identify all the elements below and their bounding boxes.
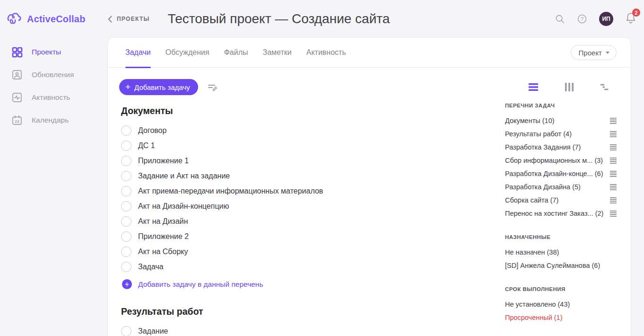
app-logo[interactable]: ActiveCollab (0, 12, 108, 26)
panel-item-due-overdue[interactable]: Просроченный (1) (505, 311, 617, 324)
project-tabs: Задачи Обсуждения Файлы Заметки Активнос… (108, 38, 631, 68)
drag-handle-icon[interactable] (610, 118, 617, 124)
panel-item-label: Не назначен (38) (505, 248, 559, 256)
panel-item-label: Не установлено (43) (505, 301, 570, 308)
avatar[interactable]: ИП (599, 12, 613, 26)
task-label[interactable]: Договор (138, 126, 166, 135)
column-view-icon[interactable] (565, 83, 574, 91)
task-label[interactable]: Акт приема-передачи информационных матер… (138, 187, 323, 195)
panel-heading: НАЗНАЧЕННЫЕ (505, 234, 617, 240)
task-row[interactable]: Задание и Акт на задание (121, 168, 505, 184)
add-task-label: Добавить задачу (134, 83, 190, 91)
panel-item-list[interactable]: Сборка сайта (7) (505, 194, 617, 207)
notifications-button[interactable]: 2 (625, 12, 636, 26)
updates-person-icon (11, 69, 23, 80)
panel-heading: СРОК ВЫПОЛНЕНИЯ (505, 286, 617, 292)
task-checkbox[interactable] (121, 141, 131, 151)
panel-item-list[interactable]: Разработка Дизайн-конце... (6) (505, 167, 617, 180)
task-row[interactable]: Акт приема-передачи информационных матер… (121, 184, 505, 199)
drag-handle-icon[interactable] (610, 184, 617, 190)
drag-handle-icon[interactable] (610, 171, 617, 177)
task-row[interactable]: Приложение 2 (121, 229, 505, 244)
task-checkbox[interactable] (121, 247, 131, 257)
task-checkbox[interactable] (121, 186, 131, 196)
task-row[interactable]: Акт на Дизайн (121, 214, 505, 229)
panel-item-list[interactable]: Результаты работ (4) (505, 127, 617, 141)
panel-item-list[interactable]: Документы (10) (505, 114, 617, 127)
chevron-down-icon (606, 52, 609, 54)
task-label[interactable]: Акт на Дизайн-концепцию (138, 202, 229, 211)
task-label[interactable]: Задача (138, 263, 164, 271)
task-row[interactable]: Задание (121, 324, 505, 336)
sidebar-item-label: Активность (32, 93, 70, 102)
tasks-toolbar: + Добавить задачу (108, 68, 631, 102)
tab-discussions[interactable]: Обсуждения (165, 38, 209, 68)
panel-item-due[interactable]: Не установлено (43) (505, 298, 617, 311)
panel-item-label: Документы (10) (505, 117, 555, 124)
task-checkbox[interactable] (121, 201, 131, 212)
task-label[interactable]: ДС 1 (138, 141, 155, 150)
sidebar-item-label: Обновления (32, 71, 74, 79)
drag-handle-icon[interactable] (610, 211, 617, 217)
panel-item-assignee[interactable]: [SD] Анжела Сулейманова (6) (505, 259, 617, 272)
task-checkbox[interactable] (121, 262, 131, 272)
breadcrumb-label[interactable]: ПРОЕКТЫ (117, 16, 150, 22)
task-label[interactable]: Приложение 1 (138, 157, 189, 165)
sidebar-item-projects[interactable]: Проекты (0, 41, 108, 63)
timeline-view-icon[interactable] (600, 83, 610, 91)
task-row[interactable]: Приложение 1 (121, 153, 505, 168)
sidebar-item-activity[interactable]: Активность (0, 86, 108, 109)
breadcrumb[interactable]: ПРОЕКТЫ (108, 16, 150, 23)
task-row[interactable]: Задача (121, 259, 505, 274)
task-row[interactable]: Договор (121, 123, 505, 138)
panel-item-label: Просроченный (1) (505, 314, 563, 321)
notification-badge: 2 (632, 9, 640, 17)
add-task-to-list-label: Добавить задачу в данный перечень (138, 280, 263, 289)
task-label[interactable]: Задание и Акт на задание (138, 172, 230, 180)
task-checkbox[interactable] (121, 326, 131, 336)
task-row[interactable]: Акт на Дизайн-концепцию (121, 199, 505, 214)
task-row[interactable]: ДС 1 (121, 138, 505, 153)
tab-activity[interactable]: Активность (306, 38, 346, 68)
sidebar-item-calendar[interactable]: 23 Календарь (0, 109, 108, 132)
top-header: ActiveCollab ПРОЕКТЫ Тестовый проект — С… (0, 0, 644, 38)
task-checkbox[interactable] (121, 171, 131, 181)
panel-item-assignee[interactable]: Не назначен (38) (505, 246, 617, 259)
drag-handle-icon[interactable] (610, 144, 617, 150)
task-checkbox[interactable] (121, 231, 131, 242)
logo-wordmark: ActiveCollab (27, 14, 86, 25)
panel-item-list[interactable]: Разработка Дизайна (5) (505, 180, 617, 194)
project-dropdown-button[interactable]: Проект (571, 45, 617, 60)
task-checkbox[interactable] (121, 216, 131, 227)
tab-tasks[interactable]: Задачи (125, 38, 151, 68)
tab-files[interactable]: Файлы (224, 38, 248, 68)
task-row[interactable]: Акт на Сборку (121, 244, 505, 259)
plus-icon: + (125, 82, 131, 91)
task-label[interactable]: Приложение 2 (138, 232, 189, 241)
task-label[interactable]: Акт на Сборку (138, 248, 188, 256)
add-task-to-list-link[interactable]: + Добавить задачу в данный перечень (122, 279, 505, 289)
drag-handle-icon[interactable] (610, 158, 617, 164)
edit-list-icon[interactable] (207, 81, 218, 93)
task-checkbox[interactable] (121, 156, 131, 166)
header-actions: ? ИП 2 (555, 12, 636, 26)
task-list-title: Документы (121, 106, 505, 116)
help-icon[interactable]: ? (577, 14, 587, 24)
sidebar-item-updates[interactable]: Обновления (0, 63, 108, 86)
panel-item-list[interactable]: Разработка Задания (7) (505, 141, 617, 154)
tab-notes[interactable]: Заметки (263, 38, 292, 68)
task-label[interactable]: Задание (138, 327, 168, 336)
panel-item-label: Разработка Дизайна (5) (505, 183, 581, 191)
list-view-icon[interactable] (529, 83, 538, 91)
search-icon[interactable] (555, 14, 565, 24)
panel-item-list[interactable]: Сбор информационных м... (3) (505, 154, 617, 167)
add-task-button[interactable]: + Добавить задачу (119, 79, 198, 95)
sidebar-item-label: Календарь (32, 116, 69, 124)
panel-item-label: Сбор информационных м... (3) (505, 157, 603, 164)
task-checkbox[interactable] (121, 125, 131, 136)
task-label[interactable]: Акт на Дизайн (138, 217, 188, 226)
panel-item-list[interactable]: Перенос на хостинг Заказ... (2) (505, 207, 617, 220)
drag-handle-icon[interactable] (610, 131, 617, 137)
tasks-content: Документы Договор ДС 1 Приложение 1 Зада… (108, 102, 631, 336)
drag-handle-icon[interactable] (610, 197, 617, 203)
